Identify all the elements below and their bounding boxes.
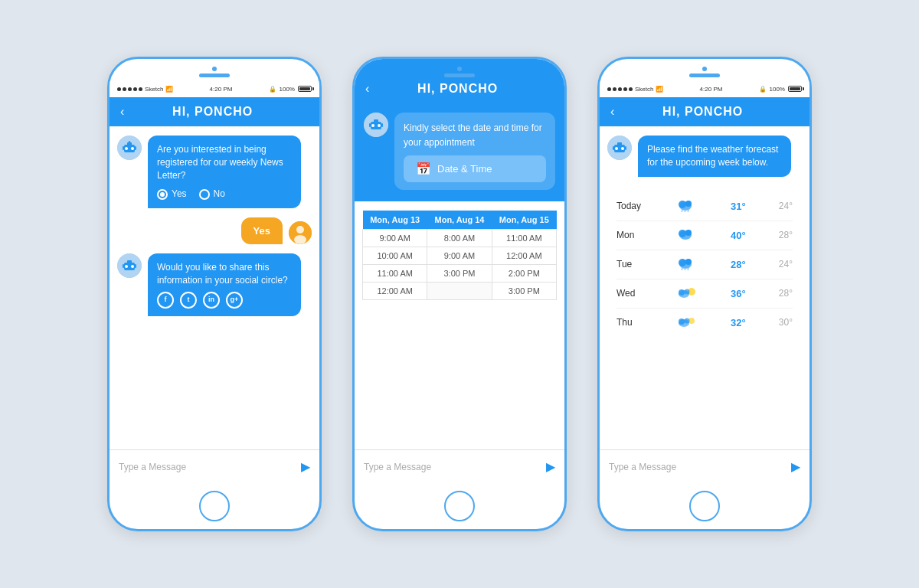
facebook-icon[interactable]: f (157, 292, 174, 309)
table-cell[interactable]: 9:00 AM (427, 247, 492, 264)
carrier-label: Sketch (145, 86, 163, 93)
radio-no[interactable]: No (199, 188, 225, 201)
table-cell[interactable]: 3:00 PM (492, 282, 556, 299)
table-cell[interactable]: 9:00 AM (363, 229, 427, 247)
svg-rect-32 (625, 146, 626, 150)
weather-row-mon: Mon 40° 28° (616, 221, 793, 250)
input-placeholder-2[interactable]: Type a Message (364, 462, 540, 472)
table-cell[interactable] (427, 282, 492, 299)
bot-avatar-4 (607, 136, 632, 160)
send-icon-3[interactable]: ▶ (791, 459, 800, 474)
input-placeholder-3[interactable]: Type a Message (609, 462, 785, 472)
weather-low-wed: 28° (779, 288, 793, 299)
radio-circle-no[interactable] (199, 189, 210, 200)
signal-dot (123, 87, 126, 91)
svg-point-43 (679, 259, 686, 266)
weather-high-thu: 32° (731, 317, 746, 328)
twitter-icon[interactable]: t (180, 292, 197, 309)
user-avatar-1 (289, 221, 312, 244)
svg-rect-8 (135, 146, 136, 150)
camera-dot-3 (702, 67, 707, 71)
home-button-1[interactable] (199, 491, 230, 521)
social-icons-row: f t in g+ (157, 292, 292, 309)
send-icon-1[interactable]: ▶ (301, 459, 310, 474)
date-picker-label: Date & Time (437, 163, 492, 175)
phone-header-1: ‹ HI, PONCHO (110, 97, 319, 126)
weather-bubble: Please find the weather forecast for the… (638, 136, 791, 177)
speaker-1 (199, 74, 230, 77)
back-button-3[interactable]: ‹ (610, 105, 614, 119)
bot-message-text-3: Kindly select the date and time for your… (404, 122, 542, 148)
date-picker-button[interactable]: 📅 Date & Time (404, 155, 546, 182)
weather-section: Today 31° 24° (607, 186, 802, 440)
table-row: 11:00 AM 3:00 PM 2:00 PM (363, 264, 557, 282)
user-message-text-1: Yes (253, 225, 270, 237)
radio-label-yes: Yes (172, 188, 187, 201)
svg-point-15 (131, 265, 134, 268)
phone-1: Sketch 📶 4:20 PM 🔒 100% ‹ HI, PONCHO (107, 57, 322, 531)
phone-header-3: ‹ HI, PONCHO (600, 97, 809, 126)
user-bubble-1: Yes (241, 217, 283, 244)
table-header-col3: Mon, Aug 15 (492, 211, 556, 230)
input-bar-3: Type a Message ▶ (600, 449, 809, 483)
home-button-2[interactable] (444, 491, 475, 521)
battery-icon-3 (788, 86, 802, 92)
camera-dot-1 (212, 67, 217, 71)
home-button-3[interactable] (689, 491, 720, 521)
table-cell[interactable]: 11:00 AM (363, 264, 427, 282)
svg-point-14 (125, 265, 128, 268)
send-icon-2[interactable]: ▶ (546, 459, 555, 474)
back-button-1[interactable]: ‹ (120, 105, 124, 119)
input-placeholder-1[interactable]: Type a Message (119, 462, 295, 472)
svg-rect-16 (127, 260, 132, 263)
svg-point-51 (685, 289, 690, 294)
carrier-label-3: Sketch (635, 86, 653, 93)
bot-message-text-2: Would you like to share this information… (157, 262, 288, 286)
input-bar-1: Type a Message ▶ (110, 449, 319, 483)
table-cell[interactable]: 8:00 AM (427, 229, 492, 247)
table-cell[interactable]: 11:00 AM (492, 229, 556, 247)
linkedin-icon[interactable]: in (203, 292, 220, 309)
battery-percent-3: 100% (770, 86, 785, 93)
phone-3: Sketch 📶 4:20 PM 🔒 100% ‹ HI, PONCHO (597, 57, 812, 531)
radio-yes[interactable]: Yes (157, 188, 187, 201)
svg-line-46 (685, 268, 685, 270)
speaker-3 (689, 74, 720, 77)
svg-point-54 (679, 318, 685, 325)
weather-day-mon: Mon (616, 230, 643, 240)
table-cell[interactable]: 12:00 AM (363, 282, 427, 299)
signal-dot (128, 87, 132, 91)
weather-high-mon: 40° (731, 230, 746, 241)
weather-row-tue: Tue 28° 24° (616, 250, 793, 279)
phone-notch-3 (689, 67, 720, 77)
weather-icon-today (676, 197, 698, 216)
signal-dot (133, 87, 137, 91)
datetime-table: Mon, Aug 13 Mon, Aug 14 Mon, Aug 15 9:00… (362, 211, 557, 300)
back-button-2[interactable]: ‹ (365, 82, 369, 96)
table-cell[interactable]: 12:00 AM (492, 247, 556, 264)
signal-dot (623, 87, 627, 91)
svg-point-40 (679, 230, 686, 237)
googleplus-icon[interactable]: g+ (226, 292, 243, 309)
table-header-col2: Mon, Aug 14 (427, 211, 492, 230)
weather-low-tue: 24° (779, 259, 793, 270)
svg-rect-17 (123, 264, 124, 268)
radio-circle-yes[interactable] (157, 189, 168, 200)
battery-icon (298, 86, 312, 92)
table-cell[interactable]: 10:00 AM (363, 247, 427, 264)
input-bar-2: Type a Message ▶ (355, 449, 564, 483)
bot-avatar-3 (364, 113, 388, 137)
bot-bubble-3: Kindly select the date and time for your… (394, 113, 555, 190)
weather-icon-mon (676, 226, 698, 245)
bot-section-2: Kindly select the date and time for your… (355, 103, 564, 201)
phone-header-2: ‹ HI, PONCHO (355, 80, 564, 103)
table-cell[interactable]: 3:00 PM (427, 264, 492, 282)
table-cell[interactable]: 2:00 PM (492, 264, 556, 282)
svg-point-35 (685, 201, 692, 207)
weather-day-wed: Wed (616, 288, 643, 299)
signal-icon: 🔒 (269, 86, 276, 93)
svg-line-36 (682, 210, 682, 212)
svg-rect-30 (617, 142, 622, 145)
phone-bottom-3 (600, 483, 809, 529)
svg-point-34 (679, 201, 686, 208)
